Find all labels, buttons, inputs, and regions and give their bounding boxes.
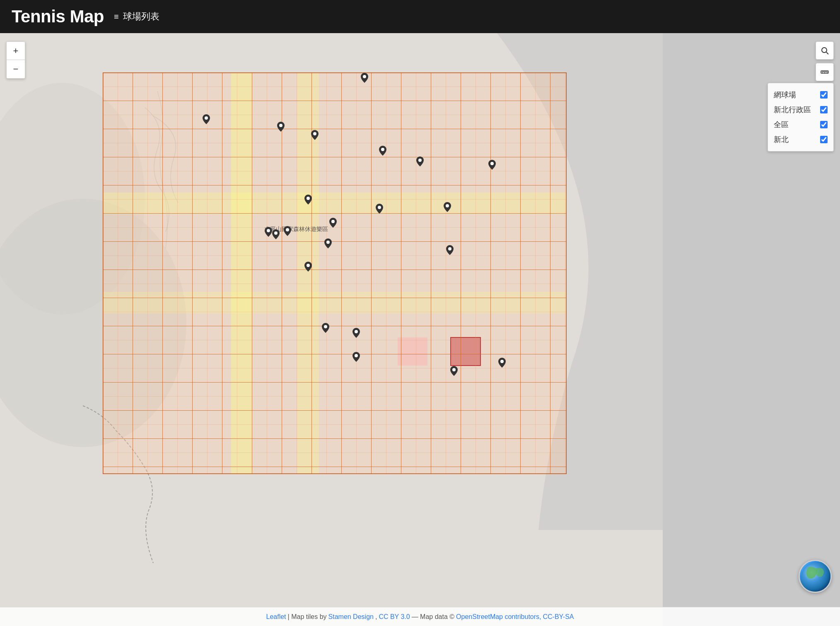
svg-point-30 (267, 229, 270, 232)
svg-point-34 (378, 206, 381, 209)
map-marker[interactable] (416, 156, 424, 166)
layer-item-xinbei: 新北 (774, 132, 828, 147)
zoom-out-button[interactable]: − (7, 60, 25, 78)
search-button[interactable] (816, 41, 834, 60)
map-marker[interactable] (446, 245, 454, 255)
map-marker[interactable] (444, 202, 451, 212)
svg-point-22 (363, 75, 366, 78)
svg-point-24 (279, 124, 282, 127)
map-marker[interactable] (352, 328, 360, 338)
svg-point-25 (313, 132, 316, 135)
svg-point-32 (286, 228, 289, 231)
svg-point-41 (355, 354, 358, 357)
map-marker[interactable] (322, 323, 329, 333)
layer-xinbei-checkbox[interactable] (820, 136, 828, 143)
svg-point-44 (822, 48, 827, 53)
svg-point-29 (307, 197, 310, 200)
map-marker[interactable] (352, 352, 360, 362)
map-marker[interactable] (379, 146, 386, 156)
list-icon: ≡ (114, 12, 119, 22)
svg-point-26 (490, 162, 494, 165)
svg-line-45 (826, 52, 828, 54)
svg-point-23 (205, 116, 208, 120)
footer-comma: , (375, 613, 377, 621)
header-nav[interactable]: ≡ 球場列表 (114, 10, 159, 23)
map-container[interactable]: 太平山國家森林休遊樂區 (0, 33, 840, 626)
svg-point-43 (500, 360, 504, 363)
search-icon (821, 46, 829, 55)
map-marker[interactable] (304, 195, 312, 205)
layer-tennis-checkbox[interactable] (820, 91, 828, 99)
osm-link[interactable]: OpenStreetMap contributors, (456, 613, 541, 621)
svg-point-39 (324, 325, 327, 328)
svg-point-38 (448, 247, 451, 250)
map-marker[interactable] (376, 204, 383, 214)
svg-point-42 (452, 368, 456, 371)
leaflet-link[interactable]: Leaflet (266, 613, 286, 621)
layer-item-district: 新北行政區 (774, 102, 828, 117)
layer-item-tennis: 網球場 (774, 87, 828, 102)
map-marker[interactable] (450, 366, 458, 376)
svg-point-33 (331, 220, 335, 223)
map-marker[interactable] (203, 114, 210, 124)
map-marker[interactable] (277, 122, 285, 132)
svg-point-31 (274, 231, 278, 235)
svg-point-36 (326, 241, 330, 244)
svg-point-27 (381, 148, 384, 151)
top-right-controls (816, 41, 834, 81)
ccbysa-link[interactable]: CC-BY-SA (543, 613, 574, 621)
svg-point-40 (355, 330, 358, 333)
map-marker[interactable] (284, 226, 291, 236)
stamen-link[interactable]: Stamen Design (328, 613, 374, 621)
map-marker[interactable] (265, 227, 272, 237)
layer-all-label: 全區 (774, 120, 789, 130)
map-marker[interactable] (324, 238, 332, 248)
map-marker[interactable] (498, 358, 506, 368)
zoom-controls: + − (6, 41, 25, 79)
footer: Leaflet | Map tiles by Stamen Design , C… (0, 607, 840, 626)
map-marker[interactable] (304, 262, 312, 272)
app-title: Tennis Map (12, 7, 104, 26)
svg-point-35 (446, 204, 449, 207)
layer-item-all: 全區 (774, 117, 828, 132)
map-marker[interactable] (329, 218, 337, 228)
grid-overlay (103, 72, 567, 474)
ruler-icon (820, 67, 829, 77)
header: Tennis Map ≡ 球場列表 (0, 0, 840, 33)
layer-controls-panel: 網球場 新北行政區 全區 新北 (768, 83, 834, 152)
map-marker[interactable] (272, 229, 280, 239)
layer-district-checkbox[interactable] (820, 106, 828, 113)
svg-rect-20 (103, 72, 567, 474)
layer-xinbei-label: 新北 (774, 135, 789, 144)
map-marker[interactable] (311, 130, 319, 140)
globe-icon (799, 560, 832, 593)
layer-all-checkbox[interactable] (820, 121, 828, 128)
layer-tennis-label: 網球場 (774, 90, 796, 100)
ruler-button[interactable] (816, 63, 834, 81)
zoom-in-button[interactable]: + (7, 42, 25, 60)
map-marker[interactable] (361, 73, 368, 83)
footer-separator: — Map data © (412, 613, 454, 621)
svg-point-28 (418, 159, 422, 162)
cc-link[interactable]: CC BY 3.0 (379, 613, 410, 621)
svg-point-37 (307, 264, 310, 267)
map-marker[interactable] (488, 160, 496, 170)
layer-district-label: 新北行政區 (774, 105, 811, 115)
nav-label[interactable]: 球場列表 (123, 10, 159, 23)
footer-tiles-text: | Map tiles by (288, 613, 327, 621)
